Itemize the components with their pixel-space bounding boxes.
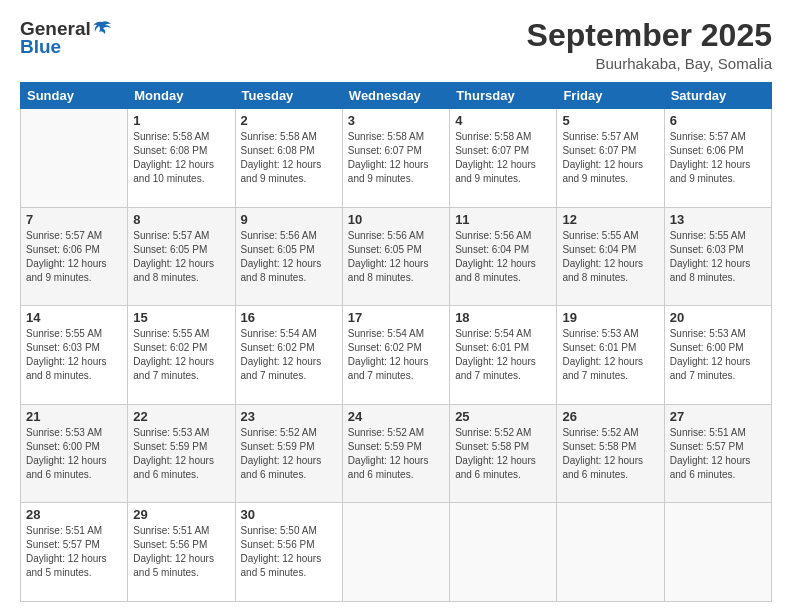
- day-number: 22: [133, 409, 229, 424]
- day-number: 3: [348, 113, 444, 128]
- day-info: Sunrise: 5:54 AM Sunset: 6:01 PM Dayligh…: [455, 327, 551, 383]
- table-row: 13Sunrise: 5:55 AM Sunset: 6:03 PM Dayli…: [664, 207, 771, 306]
- day-info: Sunrise: 5:54 AM Sunset: 6:02 PM Dayligh…: [348, 327, 444, 383]
- day-number: 16: [241, 310, 337, 325]
- day-info: Sunrise: 5:54 AM Sunset: 6:02 PM Dayligh…: [241, 327, 337, 383]
- day-info: Sunrise: 5:57 AM Sunset: 6:07 PM Dayligh…: [562, 130, 658, 186]
- table-row: 17Sunrise: 5:54 AM Sunset: 6:02 PM Dayli…: [342, 306, 449, 405]
- day-number: 1: [133, 113, 229, 128]
- calendar-header-row: Sunday Monday Tuesday Wednesday Thursday…: [21, 83, 772, 109]
- calendar-table: Sunday Monday Tuesday Wednesday Thursday…: [20, 82, 772, 602]
- table-row: 25Sunrise: 5:52 AM Sunset: 5:58 PM Dayli…: [450, 404, 557, 503]
- day-number: 8: [133, 212, 229, 227]
- table-row: 23Sunrise: 5:52 AM Sunset: 5:59 PM Dayli…: [235, 404, 342, 503]
- day-number: 20: [670, 310, 766, 325]
- table-row: 6Sunrise: 5:57 AM Sunset: 6:06 PM Daylig…: [664, 109, 771, 208]
- day-info: Sunrise: 5:57 AM Sunset: 6:05 PM Dayligh…: [133, 229, 229, 285]
- table-row: 3Sunrise: 5:58 AM Sunset: 6:07 PM Daylig…: [342, 109, 449, 208]
- logo-bird-icon: [91, 18, 113, 40]
- day-number: 9: [241, 212, 337, 227]
- day-info: Sunrise: 5:55 AM Sunset: 6:03 PM Dayligh…: [670, 229, 766, 285]
- table-row: 16Sunrise: 5:54 AM Sunset: 6:02 PM Dayli…: [235, 306, 342, 405]
- day-number: 21: [26, 409, 122, 424]
- table-row: 12Sunrise: 5:55 AM Sunset: 6:04 PM Dayli…: [557, 207, 664, 306]
- table-row: [557, 503, 664, 602]
- day-number: 28: [26, 507, 122, 522]
- table-row: [342, 503, 449, 602]
- table-row: 1Sunrise: 5:58 AM Sunset: 6:08 PM Daylig…: [128, 109, 235, 208]
- day-info: Sunrise: 5:58 AM Sunset: 6:08 PM Dayligh…: [241, 130, 337, 186]
- day-number: 14: [26, 310, 122, 325]
- day-info: Sunrise: 5:51 AM Sunset: 5:57 PM Dayligh…: [670, 426, 766, 482]
- table-row: 5Sunrise: 5:57 AM Sunset: 6:07 PM Daylig…: [557, 109, 664, 208]
- col-thursday: Thursday: [450, 83, 557, 109]
- day-info: Sunrise: 5:55 AM Sunset: 6:03 PM Dayligh…: [26, 327, 122, 383]
- table-row: 9Sunrise: 5:56 AM Sunset: 6:05 PM Daylig…: [235, 207, 342, 306]
- day-number: 15: [133, 310, 229, 325]
- col-saturday: Saturday: [664, 83, 771, 109]
- table-row: 21Sunrise: 5:53 AM Sunset: 6:00 PM Dayli…: [21, 404, 128, 503]
- day-number: 7: [26, 212, 122, 227]
- page: General Blue September 2025 Buurhakaba, …: [0, 0, 792, 612]
- col-sunday: Sunday: [21, 83, 128, 109]
- day-number: 29: [133, 507, 229, 522]
- table-row: [664, 503, 771, 602]
- table-row: 22Sunrise: 5:53 AM Sunset: 5:59 PM Dayli…: [128, 404, 235, 503]
- day-number: 5: [562, 113, 658, 128]
- table-row: 4Sunrise: 5:58 AM Sunset: 6:07 PM Daylig…: [450, 109, 557, 208]
- col-friday: Friday: [557, 83, 664, 109]
- day-info: Sunrise: 5:56 AM Sunset: 6:05 PM Dayligh…: [348, 229, 444, 285]
- table-row: 24Sunrise: 5:52 AM Sunset: 5:59 PM Dayli…: [342, 404, 449, 503]
- header: General Blue September 2025 Buurhakaba, …: [20, 18, 772, 72]
- logo: General Blue: [20, 18, 113, 58]
- col-wednesday: Wednesday: [342, 83, 449, 109]
- table-row: 7Sunrise: 5:57 AM Sunset: 6:06 PM Daylig…: [21, 207, 128, 306]
- day-number: 26: [562, 409, 658, 424]
- day-info: Sunrise: 5:53 AM Sunset: 6:00 PM Dayligh…: [26, 426, 122, 482]
- day-number: 17: [348, 310, 444, 325]
- table-row: [450, 503, 557, 602]
- table-row: 14Sunrise: 5:55 AM Sunset: 6:03 PM Dayli…: [21, 306, 128, 405]
- day-number: 11: [455, 212, 551, 227]
- table-row: [21, 109, 128, 208]
- day-number: 2: [241, 113, 337, 128]
- col-monday: Monday: [128, 83, 235, 109]
- table-row: 20Sunrise: 5:53 AM Sunset: 6:00 PM Dayli…: [664, 306, 771, 405]
- table-row: 15Sunrise: 5:55 AM Sunset: 6:02 PM Dayli…: [128, 306, 235, 405]
- day-number: 23: [241, 409, 337, 424]
- calendar-subtitle: Buurhakaba, Bay, Somalia: [527, 55, 772, 72]
- day-number: 30: [241, 507, 337, 522]
- day-info: Sunrise: 5:51 AM Sunset: 5:56 PM Dayligh…: [133, 524, 229, 580]
- day-info: Sunrise: 5:56 AM Sunset: 6:05 PM Dayligh…: [241, 229, 337, 285]
- title-area: September 2025 Buurhakaba, Bay, Somalia: [527, 18, 772, 72]
- table-row: 28Sunrise: 5:51 AM Sunset: 5:57 PM Dayli…: [21, 503, 128, 602]
- day-info: Sunrise: 5:58 AM Sunset: 6:07 PM Dayligh…: [455, 130, 551, 186]
- table-row: 10Sunrise: 5:56 AM Sunset: 6:05 PM Dayli…: [342, 207, 449, 306]
- table-row: 29Sunrise: 5:51 AM Sunset: 5:56 PM Dayli…: [128, 503, 235, 602]
- day-info: Sunrise: 5:58 AM Sunset: 6:07 PM Dayligh…: [348, 130, 444, 186]
- day-number: 10: [348, 212, 444, 227]
- day-info: Sunrise: 5:58 AM Sunset: 6:08 PM Dayligh…: [133, 130, 229, 186]
- day-number: 19: [562, 310, 658, 325]
- table-row: 2Sunrise: 5:58 AM Sunset: 6:08 PM Daylig…: [235, 109, 342, 208]
- day-info: Sunrise: 5:50 AM Sunset: 5:56 PM Dayligh…: [241, 524, 337, 580]
- table-row: 27Sunrise: 5:51 AM Sunset: 5:57 PM Dayli…: [664, 404, 771, 503]
- day-info: Sunrise: 5:55 AM Sunset: 6:02 PM Dayligh…: [133, 327, 229, 383]
- day-info: Sunrise: 5:52 AM Sunset: 5:58 PM Dayligh…: [562, 426, 658, 482]
- day-number: 13: [670, 212, 766, 227]
- day-number: 4: [455, 113, 551, 128]
- day-info: Sunrise: 5:57 AM Sunset: 6:06 PM Dayligh…: [26, 229, 122, 285]
- day-info: Sunrise: 5:52 AM Sunset: 5:59 PM Dayligh…: [348, 426, 444, 482]
- table-row: 11Sunrise: 5:56 AM Sunset: 6:04 PM Dayli…: [450, 207, 557, 306]
- day-info: Sunrise: 5:57 AM Sunset: 6:06 PM Dayligh…: [670, 130, 766, 186]
- day-number: 12: [562, 212, 658, 227]
- col-tuesday: Tuesday: [235, 83, 342, 109]
- day-number: 24: [348, 409, 444, 424]
- day-info: Sunrise: 5:51 AM Sunset: 5:57 PM Dayligh…: [26, 524, 122, 580]
- day-info: Sunrise: 5:53 AM Sunset: 6:01 PM Dayligh…: [562, 327, 658, 383]
- day-info: Sunrise: 5:56 AM Sunset: 6:04 PM Dayligh…: [455, 229, 551, 285]
- day-info: Sunrise: 5:52 AM Sunset: 5:58 PM Dayligh…: [455, 426, 551, 482]
- table-row: 30Sunrise: 5:50 AM Sunset: 5:56 PM Dayli…: [235, 503, 342, 602]
- table-row: 19Sunrise: 5:53 AM Sunset: 6:01 PM Dayli…: [557, 306, 664, 405]
- day-info: Sunrise: 5:55 AM Sunset: 6:04 PM Dayligh…: [562, 229, 658, 285]
